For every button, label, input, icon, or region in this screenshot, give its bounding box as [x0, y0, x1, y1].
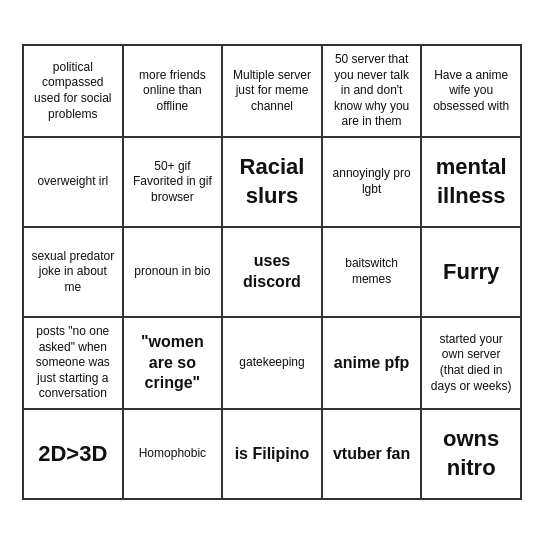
- bingo-cell: mental illness: [422, 138, 522, 228]
- bingo-cell: "women are so cringe": [124, 318, 224, 410]
- bingo-cell: is Filipino: [223, 410, 323, 500]
- bingo-cell: anime pfp: [323, 318, 423, 410]
- bingo-cell: pronoun in bio: [124, 228, 224, 318]
- bingo-cell: sexual predator joke in about me: [24, 228, 124, 318]
- bingo-cell: Racial slurs: [223, 138, 323, 228]
- bingo-cell: more friends online than offline: [124, 46, 224, 138]
- bingo-cell: Homophobic: [124, 410, 224, 500]
- bingo-cell: vtuber fan: [323, 410, 423, 500]
- bingo-cell: political compassed used for social prob…: [24, 46, 124, 138]
- bingo-cell: annoyingly pro lgbt: [323, 138, 423, 228]
- bingo-cell: posts "no one asked" when someone was ju…: [24, 318, 124, 410]
- bingo-cell: Furry: [422, 228, 522, 318]
- bingo-cell: started your own server (that died in da…: [422, 318, 522, 410]
- bingo-cell: Have a anime wife you obsessed with: [422, 46, 522, 138]
- bingo-cell: 2D>3D: [24, 410, 124, 500]
- bingo-cell: 50 server that you never talk in and don…: [323, 46, 423, 138]
- bingo-cell: owns nitro: [422, 410, 522, 500]
- bingo-cell: Multiple server just for meme channel: [223, 46, 323, 138]
- bingo-card: political compassed used for social prob…: [12, 34, 532, 510]
- bingo-cell: gatekeeping: [223, 318, 323, 410]
- bingo-cell: uses discord: [223, 228, 323, 318]
- bingo-grid: political compassed used for social prob…: [22, 44, 522, 500]
- bingo-cell: 50+ gif Favorited in gif browser: [124, 138, 224, 228]
- bingo-cell: baitswitch memes: [323, 228, 423, 318]
- bingo-cell: overweight irl: [24, 138, 124, 228]
